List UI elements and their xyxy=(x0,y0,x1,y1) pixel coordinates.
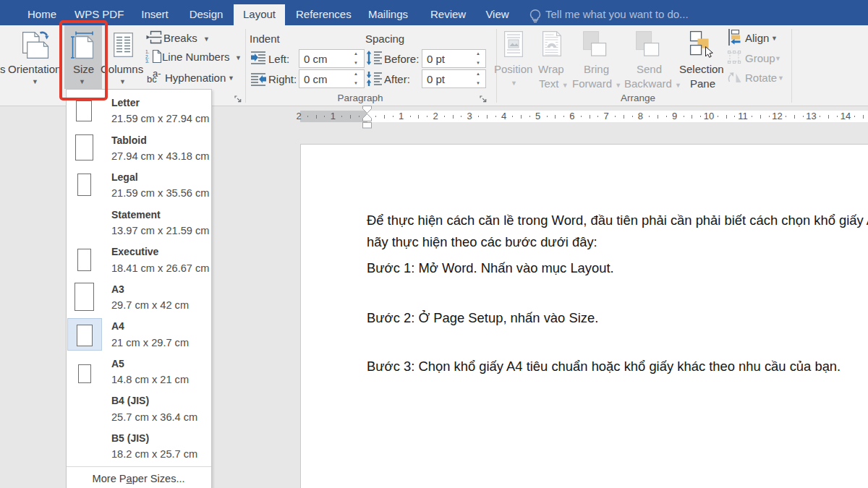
svg-text:bc: bc xyxy=(147,74,157,85)
svg-text:3.: 3. xyxy=(145,59,150,64)
